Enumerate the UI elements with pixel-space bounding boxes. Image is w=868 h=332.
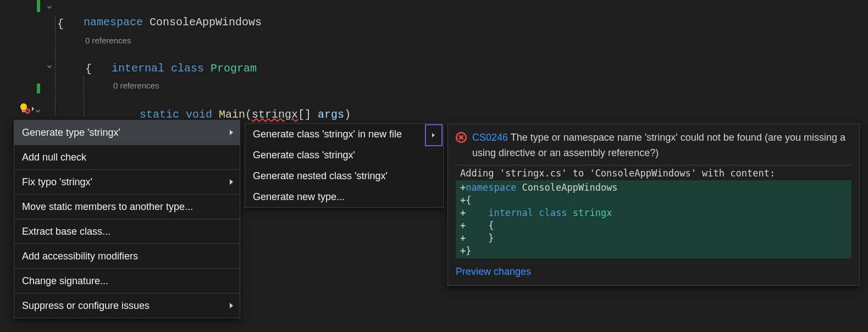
error-header: CS0246 The type or namespace name 'strin… bbox=[456, 130, 852, 161]
diff-header: Adding 'stringx.cs' to 'ConsoleAppWindow… bbox=[456, 168, 852, 180]
menu-item[interactable]: Fix typo 'stringx' bbox=[14, 170, 240, 195]
error-code[interactable]: CS0246 bbox=[472, 132, 508, 143]
menu-item[interactable]: Add null check bbox=[14, 145, 240, 170]
quick-actions-menu: Generate type 'stringx'Add null checkFix… bbox=[14, 120, 240, 318]
code-line[interactable]: { bbox=[57, 16, 64, 31]
indent-guide bbox=[55, 16, 56, 115]
diff-line: +} bbox=[456, 245, 852, 257]
change-marker bbox=[37, 84, 40, 93]
menu-item[interactable]: Generate type 'stringx' bbox=[14, 120, 240, 145]
change-marker bbox=[37, 0, 40, 12]
codelens-references[interactable]: 0 references bbox=[85, 33, 131, 48]
indent-guide bbox=[84, 77, 84, 117]
diff-line: + { bbox=[456, 219, 852, 232]
code-line[interactable]: { bbox=[85, 62, 92, 76]
code-line[interactable]: internal class Program bbox=[85, 46, 257, 91]
error-icon bbox=[456, 132, 467, 143]
quick-actions-submenu: Generate class 'stringx' in new fileGene… bbox=[245, 123, 444, 208]
preview-changes-link[interactable]: Preview changes bbox=[456, 266, 531, 278]
diff-line: +{ bbox=[456, 194, 852, 207]
fold-chevron-icon[interactable] bbox=[46, 63, 53, 70]
diff-preview: +namespace ConsoleAppWindows+{+ internal… bbox=[456, 180, 852, 258]
fold-chevron-icon[interactable] bbox=[34, 107, 42, 115]
lightbulb-quick-actions-icon[interactable] bbox=[19, 102, 35, 117]
error-message: The type or namespace name 'stringx' cou… bbox=[472, 132, 845, 158]
menu-item[interactable]: Extract base class... bbox=[14, 219, 240, 244]
menu-item[interactable]: Add accessibility modifiers bbox=[14, 244, 240, 269]
submenu-item[interactable]: Generate class 'stringx' bbox=[245, 145, 443, 165]
menu-item[interactable]: Move static members to another type... bbox=[14, 195, 240, 219]
submenu-item[interactable]: Generate nested class 'stringx' bbox=[245, 165, 443, 186]
submenu-item[interactable]: Generate class 'stringx' in new file bbox=[245, 124, 443, 145]
submenu-expand-icon[interactable] bbox=[425, 124, 443, 146]
separator bbox=[456, 165, 852, 165]
diff-line: +namespace ConsoleAppWindows bbox=[456, 181, 852, 194]
codelens-references[interactable]: 0 references bbox=[113, 78, 159, 93]
fold-chevron-icon[interactable] bbox=[46, 3, 53, 11]
diff-line: + internal class stringx bbox=[456, 207, 852, 219]
submenu-item[interactable]: Generate new type... bbox=[245, 186, 443, 207]
menu-item[interactable]: Change signature... bbox=[14, 269, 240, 294]
fix-preview-panel: CS0246 The type or namespace name 'strin… bbox=[447, 124, 860, 286]
diff-line: + } bbox=[456, 232, 852, 245]
menu-item[interactable]: Suppress or configure issues bbox=[14, 294, 240, 318]
